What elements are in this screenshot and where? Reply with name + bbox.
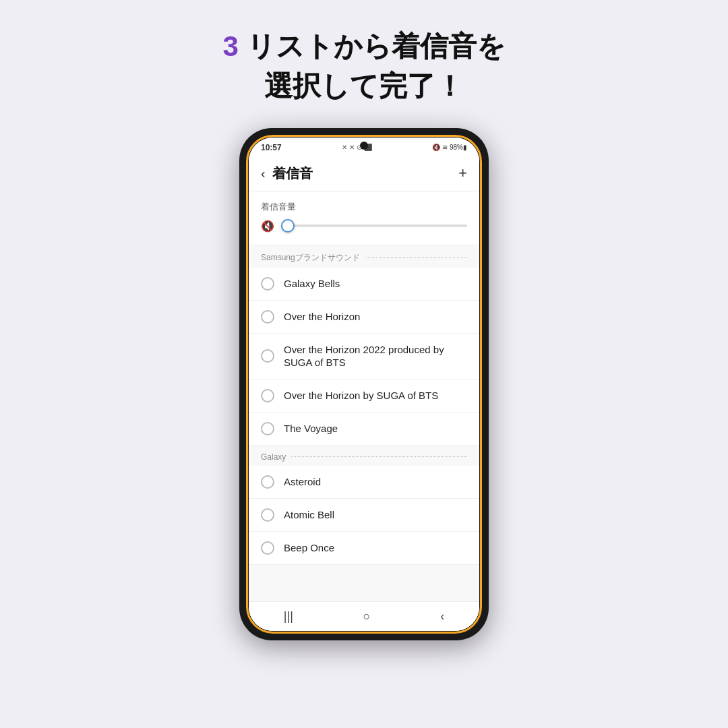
header-text: 3 リストから着信音を 選択して完了！: [222, 27, 505, 107]
phone-shell: 10:57 ✕ ✕ ⊙ ⬛ 🔇 ≋ 98%▮ ‹ 着信音 + 着: [239, 128, 489, 640]
section-line-galaxy: [291, 456, 467, 457]
volume-thumb[interactable]: [281, 219, 295, 233]
list-item[interactable]: Over the Horizon: [249, 301, 479, 334]
ringtone-list[interactable]: Samsungブランドサウンド Galaxy Bells Over the Ho…: [249, 245, 479, 601]
volume-section: 着信音量 🔇: [249, 191, 479, 245]
ringtone-label: Asteroid: [284, 475, 321, 489]
home-button[interactable]: ○: [363, 609, 371, 624]
recent-apps-button[interactable]: |||: [284, 609, 293, 624]
radio-button[interactable]: [261, 508, 274, 522]
list-item[interactable]: Over the Horizon 2022 produced by SUGA o…: [249, 334, 479, 380]
volume-slider[interactable]: [281, 224, 467, 227]
back-button[interactable]: ‹: [261, 166, 266, 181]
volume-row: 🔇: [261, 220, 467, 233]
ringtone-label: Atomic Bell: [284, 508, 334, 522]
status-time: 10:57: [261, 143, 282, 152]
section-label-samsung: Samsungブランドサウンド: [261, 252, 360, 264]
add-button[interactable]: +: [458, 164, 467, 182]
phone-screen: 10:57 ✕ ✕ ⊙ ⬛ 🔇 ≋ 98%▮ ‹ 着信音 + 着: [249, 138, 479, 631]
header-line2: 選択して完了！: [264, 70, 464, 102]
radio-button[interactable]: [261, 389, 274, 402]
list-item[interactable]: The Voyage: [249, 413, 479, 446]
section-header-samsung: Samsungブランドサウンド: [249, 245, 479, 268]
bottom-nav: ||| ○ ‹: [249, 601, 479, 631]
radio-button[interactable]: [261, 349, 274, 363]
ringtone-label: Over the Horizon by SUGA of BTS: [284, 389, 438, 402]
radio-button[interactable]: [261, 475, 274, 489]
camera-dot: [360, 142, 368, 150]
radio-button[interactable]: [261, 422, 274, 435]
ringtone-label: Over the Horizon 2022 produced by SUGA o…: [284, 343, 467, 369]
list-item[interactable]: Over the Horizon by SUGA of BTS: [249, 380, 479, 413]
status-icons-right: 🔇 ≋ 98%▮: [432, 144, 467, 151]
page-title: 着信音: [272, 164, 458, 183]
signal-icon: 🔇 ≋ 98%▮: [432, 144, 467, 151]
section-label-galaxy: Galaxy: [261, 452, 286, 462]
radio-button[interactable]: [261, 541, 274, 555]
page-wrapper: 3 リストから着信音を 選択して完了！ 10:57 ✕ ✕ ⊙ ⬛ 🔇 ≋ 98…: [0, 0, 728, 728]
app-header: ‹ 着信音 +: [249, 155, 479, 191]
radio-button[interactable]: [261, 310, 274, 324]
step-number: 3: [222, 30, 238, 62]
section-header-galaxy: Galaxy: [249, 446, 479, 466]
list-item[interactable]: Atomic Bell: [249, 499, 479, 532]
back-nav-button[interactable]: ‹: [440, 609, 444, 624]
mute-icon: 🔇: [261, 220, 274, 233]
volume-label: 着信音量: [261, 201, 467, 213]
ringtone-label: The Voyage: [284, 422, 338, 435]
radio-button[interactable]: [261, 277, 274, 291]
list-item[interactable]: Beep Once: [249, 532, 479, 565]
screen-content: ‹ 着信音 + 着信音量 🔇: [249, 155, 479, 631]
list-item[interactable]: Asteroid: [249, 466, 479, 499]
ringtone-label: Over the Horizon: [284, 310, 360, 324]
ringtone-label: Galaxy Bells: [284, 277, 340, 291]
status-bar: 10:57 ✕ ✕ ⊙ ⬛ 🔇 ≋ 98%▮: [249, 138, 479, 155]
list-item[interactable]: Galaxy Bells: [249, 268, 479, 301]
section-line: [365, 257, 467, 258]
ringtone-label: Beep Once: [284, 541, 334, 555]
header-line1: リストから着信音を: [239, 30, 506, 62]
